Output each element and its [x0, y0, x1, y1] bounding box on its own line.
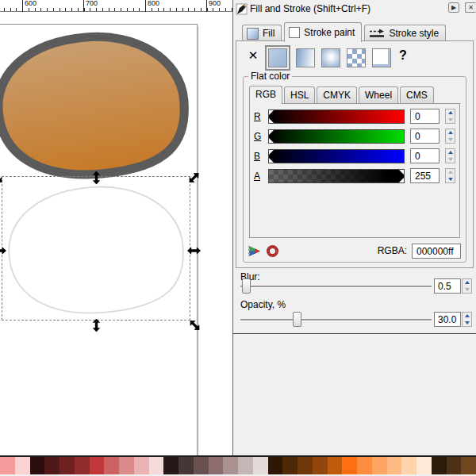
- opacity-spinner[interactable]: [462, 312, 472, 327]
- palette-swatch[interactable]: [387, 457, 402, 474]
- scale-handle-left[interactable]: [0, 247, 6, 255]
- palette-swatch[interactable]: [0, 457, 15, 474]
- flat-color-button[interactable]: [268, 48, 287, 67]
- palette-swatch[interactable]: [134, 457, 149, 474]
- spin-up-button[interactable]: [463, 313, 471, 320]
- opacity-slider-track[interactable]: [240, 319, 432, 321]
- horizontal-ruler[interactable]: 600700800900: [0, 0, 232, 12]
- color-mode-tab[interactable]: CMS: [400, 86, 434, 103]
- rgb-color-selector: R 0 G 0: [249, 103, 460, 238]
- palette-swatch[interactable]: [416, 457, 432, 474]
- rgba-hex-input[interactable]: 000000ff: [412, 244, 461, 259]
- channel-slider[interactable]: [268, 149, 405, 163]
- palette-swatch[interactable]: [282, 457, 298, 474]
- spin-down-button[interactable]: [446, 176, 455, 183]
- scale-handle-bottom-right[interactable]: [187, 317, 202, 332]
- palette-swatch[interactable]: [178, 457, 194, 474]
- close-dialog-button[interactable]: ✕: [465, 2, 476, 13]
- color-mode-tab[interactable]: RGB: [249, 86, 282, 104]
- no-paint-button[interactable]: ✕: [247, 48, 259, 67]
- spin-up-button[interactable]: [446, 169, 455, 176]
- palette-swatch[interactable]: [372, 457, 387, 474]
- palette-swatch[interactable]: [447, 457, 462, 474]
- opacity-slider-knob[interactable]: [293, 312, 301, 327]
- ruler-mark: 800: [145, 0, 146, 12]
- channel-value-input[interactable]: 0: [410, 129, 440, 144]
- spin-down-button[interactable]: [446, 117, 455, 124]
- blur-value-input[interactable]: 0.5: [434, 278, 461, 294]
- channel-label: B: [254, 151, 263, 162]
- channel-slider[interactable]: [268, 109, 405, 124]
- swatch-button[interactable]: [372, 48, 391, 67]
- radial-gradient-button[interactable]: [321, 48, 340, 67]
- palette-swatch[interactable]: [313, 457, 328, 474]
- color-channel-row: A 255: [250, 166, 459, 186]
- unknown-paint-button[interactable]: ?: [397, 48, 409, 67]
- channel-value-input[interactable]: 255: [410, 168, 440, 183]
- spin-up-button[interactable]: [446, 149, 455, 156]
- palette-swatch[interactable]: [104, 457, 119, 474]
- tab-stroke-paint[interactable]: Stroke paint: [284, 22, 362, 42]
- pattern-button[interactable]: [347, 48, 366, 67]
- opacity-value-input[interactable]: 30.0: [434, 312, 461, 327]
- opacity-slider[interactable]: [240, 312, 432, 327]
- channel-spinner[interactable]: [445, 148, 455, 163]
- palette-swatch[interactable]: [44, 457, 60, 474]
- blur-spinner[interactable]: [462, 278, 472, 294]
- palette-swatch[interactable]: [432, 457, 447, 474]
- color-mode-tab[interactable]: HSL: [284, 86, 315, 103]
- orange-blob-shape[interactable]: [0, 29, 192, 180]
- palette-swatch[interactable]: [253, 457, 268, 474]
- palette-swatch[interactable]: [401, 457, 416, 474]
- palette-swatch[interactable]: [30, 457, 45, 474]
- palette-swatch[interactable]: [342, 457, 357, 474]
- spin-up-button[interactable]: [446, 129, 455, 136]
- channel-slider[interactable]: [268, 169, 405, 183]
- scale-handle-right[interactable]: [187, 247, 201, 255]
- palette-swatch[interactable]: [149, 457, 164, 474]
- linear-gradient-button[interactable]: [296, 48, 315, 67]
- blur-slider[interactable]: [240, 278, 432, 294]
- palette-swatch[interactable]: [238, 457, 253, 474]
- palette-swatch[interactable]: [461, 457, 476, 474]
- scale-handle-top[interactable]: [93, 171, 101, 185]
- channel-slider[interactable]: [268, 129, 405, 144]
- palette-swatch[interactable]: [75, 457, 90, 474]
- selection-marquee: [2, 176, 190, 321]
- scale-handle-bottom[interactable]: [93, 319, 101, 332]
- tab-fill[interactable]: Fill: [242, 25, 282, 41]
- color-mode-tab[interactable]: CMYK: [317, 86, 357, 103]
- spin-down-button[interactable]: [446, 156, 455, 163]
- spin-down-button[interactable]: [463, 286, 471, 294]
- palette-swatch[interactable]: [90, 457, 105, 474]
- spin-down-button[interactable]: [463, 320, 471, 327]
- spin-down-button[interactable]: [446, 136, 455, 144]
- page-border-top: [0, 24, 198, 25]
- canvas[interactable]: 600700800900: [0, 0, 232, 455]
- spin-up-button[interactable]: [446, 109, 455, 117]
- color-mode-tab[interactable]: Wheel: [359, 86, 398, 103]
- blur-slider-knob[interactable]: [242, 278, 251, 294]
- detach-dialog-button[interactable]: ▶: [448, 2, 459, 13]
- palette-swatch[interactable]: [328, 457, 343, 474]
- palette-swatch[interactable]: [119, 457, 134, 474]
- channel-spinner[interactable]: [445, 129, 455, 144]
- dialog-title: Fill and Stroke (Shift+Ctrl+F): [250, 3, 370, 14]
- color-channel-row: R 0: [250, 106, 459, 126]
- channel-value-input[interactable]: 0: [410, 148, 440, 163]
- palette-swatch[interactable]: [209, 457, 224, 474]
- spin-up-button[interactable]: [463, 279, 471, 286]
- channel-spinner[interactable]: [445, 168, 455, 183]
- palette-swatch[interactable]: [194, 457, 209, 474]
- channel-value-input[interactable]: 0: [410, 109, 440, 124]
- palette-swatch[interactable]: [223, 457, 238, 474]
- channel-spinner[interactable]: [445, 109, 455, 124]
- palette-swatch[interactable]: [268, 457, 283, 474]
- palette-swatch[interactable]: [163, 457, 178, 474]
- palette-swatch[interactable]: [60, 457, 75, 474]
- palette-swatch[interactable]: [298, 457, 313, 474]
- palette-swatch[interactable]: [15, 457, 30, 474]
- palette-swatch[interactable]: [357, 457, 372, 474]
- tab-stroke-style[interactable]: Stroke style: [364, 25, 446, 41]
- blur-slider-track[interactable]: [240, 286, 432, 287]
